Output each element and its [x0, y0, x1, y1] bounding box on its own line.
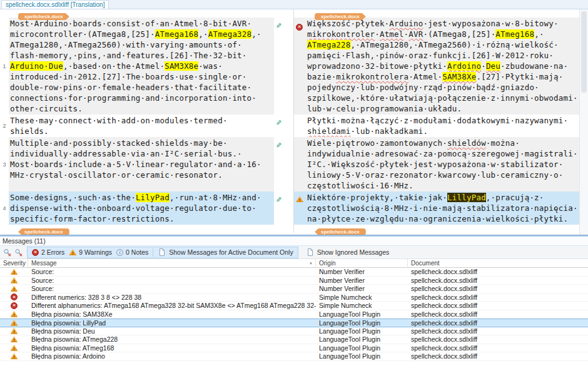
- draft-pencil-icon: ✎: [276, 197, 281, 203]
- message-row[interactable]: Błędna pisownia: ATmeg168LanguageTool Pl…: [0, 344, 588, 353]
- text-line: specific·form-factor·restrictions.: [10, 213, 274, 224]
- warning-icon: [11, 336, 18, 342]
- source-tag-area: spellcheck.docx: [9, 9, 274, 18]
- message-row[interactable]: Błędna pisownia: SAM38XeLanguageTool Plu…: [0, 310, 588, 319]
- target-cell[interactable]: Większość·płytek·Arduino·jest·wyposażona…: [305, 18, 579, 115]
- severity-cell: [0, 268, 28, 276]
- text-line: wprowadzono·32-bitowe·płytki·Ardoino·Deu…: [307, 61, 579, 71]
- warning-icon: [11, 285, 18, 292]
- spacer: [0, 225, 9, 233]
- filter-search-icon[interactable]: [3, 248, 12, 257]
- document-tag: spellcheck.docx: [18, 228, 69, 235]
- origin-cell: LanguageTool Plugin: [316, 319, 408, 327]
- source-cell[interactable]: Some·designs,·such·as·the·LilyPad,·run·a…: [9, 192, 274, 225]
- segment-status: ✎: [274, 137, 294, 192]
- show-ignored-messages-button[interactable]: Show Ignored Messages: [306, 248, 390, 256]
- segment-row-4: 4Some·designs,·such·as·the·LilyPad,·run·…: [0, 192, 579, 225]
- severity-cell: [0, 285, 28, 293]
- note-icon: i: [116, 249, 123, 256]
- message-row[interactable]: Błędna pisownia: ATmega228LanguageTool P…: [0, 335, 588, 344]
- warning-icon: [11, 311, 18, 317]
- active-document-only-label: Show Messages for Active Document Only: [169, 248, 293, 256]
- text-line: szpilkowe,·które·ułatwiają·połączenie·z·…: [307, 93, 579, 103]
- segment-number[interactable]: 2: [0, 115, 9, 137]
- message-row[interactable]: ×Different numerics: 328 3 8 <> 228 38Si…: [0, 294, 588, 302]
- sort-descending-icon[interactable]: ▼: [309, 262, 313, 265]
- text-line: double-row·pins·or·female·headers·that·f…: [10, 82, 274, 93]
- spacer: [0, 9, 9, 18]
- document-cell: spellcheck.docx.sdlxliff: [408, 327, 588, 335]
- message-cell: Different numerics: 328 3 8 <> 228 38: [28, 294, 316, 302]
- source-cell[interactable]: Most·Arduino·boards·consist·of·an·Atmel·…: [9, 18, 274, 115]
- origin-cell: LanguageTool Plugin: [316, 335, 408, 344]
- qa-warning-icon[interactable]: [296, 196, 303, 202]
- document-cell: spellcheck.docx.sdlxliff: [408, 352, 588, 360]
- messages-table-body: Source:Number Verifierspellcheck.docx.sd…: [0, 268, 588, 361]
- origin-cell: Simple Numcheck: [316, 302, 408, 310]
- column-header-severity[interactable]: Severity: [0, 259, 28, 267]
- errors-filter-button[interactable]: × 2 Errors: [32, 248, 64, 256]
- errors-count-label: 2 Errors: [41, 248, 64, 256]
- document-tab[interactable]: spellcheck.docx.sdlxliff [Translation]: [1, 0, 109, 9]
- document-tag: spellcheck.docx: [18, 13, 69, 20]
- message-row[interactable]: Błędna pisownia: DeuLanguageTool Plugins…: [0, 327, 588, 336]
- source-cell[interactable]: These·may·connect·with·add-on·modules·te…: [9, 115, 274, 137]
- target-cell[interactable]: Płytki·można·łączyć·z·modułami·dodatkowy…: [305, 115, 579, 137]
- segment-number[interactable]: 4: [0, 192, 9, 225]
- target-cell[interactable]: Wiele·piętrowo·zamontowanych·shieldów·mo…: [305, 137, 579, 192]
- column-header-message[interactable]: Message ▼: [28, 259, 316, 267]
- warnings-filter-button[interactable]: 9 Warnings: [69, 248, 112, 256]
- misspelled-term: mikrokontrolera: [336, 72, 408, 81]
- source-cell[interactable]: Multiple·and·possibly·stacked·shields·ma…: [9, 137, 274, 192]
- messages-table-header: Severity Message ▼ Origin Document: [0, 259, 588, 268]
- document-cell: spellcheck.docx.sdlxliff: [408, 310, 588, 319]
- message-row[interactable]: Source:Number Verifierspellcheck.docx.sd…: [0, 277, 588, 285]
- message-cell: Different alphanumerics: ATmega168 ATmeg…: [28, 302, 316, 310]
- text-line: individually·addressable·via·an·I²C·seri…: [10, 148, 274, 159]
- warning-icon: [69, 249, 76, 255]
- message-cell: Source:: [28, 268, 316, 276]
- text-line: ATmega1280,·ATmega2560)·with·varying·amo…: [10, 39, 274, 50]
- message-row[interactable]: Błędna pisownia: LillyPadLanguageTool Pl…: [0, 319, 588, 327]
- document-cell: spellcheck.docx.sdlxliff: [408, 302, 588, 310]
- text-line: flash·memory,·pins,·and·features.[26]·Th…: [10, 50, 274, 61]
- severity-cell: [0, 352, 28, 360]
- message-row[interactable]: Błędna pisownia: ArdoinoLanguageTool Plu…: [0, 352, 588, 361]
- message-row[interactable]: Source:Number Verifierspellcheck.docx.sd…: [0, 268, 588, 277]
- qa-cell: ×: [294, 18, 305, 115]
- document-cell: spellcheck.docx.sdlxliff: [408, 344, 588, 352]
- segment-number[interactable]: 1: [0, 18, 9, 115]
- misspelled-term: Deu: [486, 61, 500, 71]
- spacer: [294, 9, 305, 18]
- message-row[interactable]: ×Different alphanumerics: ATmega168 ATme…: [0, 302, 588, 310]
- source-tag-area: spellcheck.docx: [9, 225, 274, 233]
- column-header-origin[interactable]: Origin: [316, 259, 408, 267]
- segment-number[interactable]: 3: [0, 137, 9, 192]
- editor-scrollbar[interactable]: [579, 9, 588, 235]
- draft-pencil-icon: ✎: [276, 23, 281, 29]
- message-cell: Błędna pisownia: ATmeg168: [28, 344, 316, 352]
- text-line: liniowy·5·V·oraz·rezonator·kwarcowy·lub·…: [307, 170, 579, 180]
- origin-cell: LanguageTool Plugin: [316, 352, 408, 360]
- text-line: bazie·mikrokontrolera·Atmel·SAM38Xe.[27]…: [307, 71, 579, 82]
- segment-list: 1Most·Arduino·boards·consist·of·an·Atmel…: [0, 18, 579, 225]
- warning-icon: [11, 345, 18, 351]
- severity-cell: ×: [0, 294, 28, 302]
- qa-error-icon[interactable]: ×: [296, 24, 303, 31]
- scrollbar-thumb[interactable]: [581, 11, 587, 93]
- text-line: na·płytce·ze·względu·na·ograniczenia·wie…: [307, 213, 579, 224]
- qa-cell: [294, 137, 305, 192]
- column-header-message-label: Message: [31, 260, 57, 267]
- text-line: Most·boards·include·a·5·V·linear·regulat…: [10, 159, 274, 170]
- active-document-only-button[interactable]: Show Messages for Active Document Only: [158, 248, 293, 256]
- target-tag-area: spellcheck.docx: [305, 9, 579, 18]
- column-header-document[interactable]: Document: [408, 259, 588, 267]
- misspelled-term: Ardoino: [447, 61, 481, 71]
- text-line: MHz·crystal·oscillator·or·ceramic·resona…: [10, 170, 274, 180]
- message-cell: Source:: [28, 277, 316, 285]
- target-cell[interactable]: Niektóre·projekty,·takie·jak·LillyPad,·p…: [305, 192, 579, 225]
- notes-filter-button[interactable]: i 0 Notes: [116, 248, 148, 256]
- message-row[interactable]: Source:Number Verifierspellcheck.docx.sd…: [0, 285, 588, 294]
- clear-filter-icon[interactable]: [14, 248, 23, 257]
- text-line: częstotliwości·16·MHz.: [307, 180, 579, 191]
